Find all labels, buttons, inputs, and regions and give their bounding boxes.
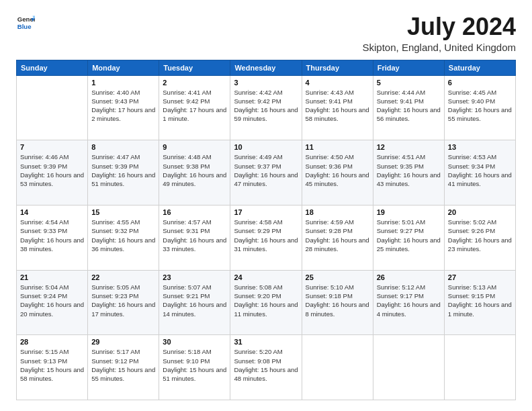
day-cell: 15Sunrise: 4:55 AM Sunset: 9:32 PM Dayli…	[88, 205, 159, 270]
week-row-0: 1Sunrise: 4:40 AM Sunset: 9:43 PM Daylig…	[17, 75, 516, 140]
day-info: Sunrise: 4:47 AM Sunset: 9:39 PM Dayligh…	[91, 152, 155, 188]
col-monday: Monday	[88, 60, 159, 75]
day-number: 22	[91, 273, 155, 281]
day-info: Sunrise: 4:58 AM Sunset: 9:29 PM Dayligh…	[234, 218, 298, 253]
calendar-table: Sunday Monday Tuesday Wednesday Thursday…	[16, 60, 516, 400]
day-info: Sunrise: 5:17 AM Sunset: 9:12 PM Dayligh…	[91, 347, 155, 383]
day-cell: 14Sunrise: 4:54 AM Sunset: 9:33 PM Dayli…	[17, 205, 88, 270]
day-cell: 1Sunrise: 4:40 AM Sunset: 9:43 PM Daylig…	[88, 75, 159, 140]
day-info: Sunrise: 4:49 AM Sunset: 9:37 PM Dayligh…	[234, 152, 298, 188]
day-number: 5	[377, 79, 441, 87]
day-number: 1	[91, 79, 155, 87]
day-number: 20	[448, 208, 512, 216]
day-cell: 16Sunrise: 4:57 AM Sunset: 9:31 PM Dayli…	[159, 205, 230, 270]
col-friday: Friday	[373, 60, 444, 75]
day-info: Sunrise: 4:57 AM Sunset: 9:31 PM Dayligh…	[163, 218, 226, 253]
day-number: 11	[306, 143, 369, 151]
day-number: 3	[234, 79, 298, 87]
header: General Blue July 2024 Skipton, England,…	[16, 13, 516, 53]
subtitle: Skipton, England, United Kingdom	[363, 42, 516, 53]
day-info: Sunrise: 5:12 AM Sunset: 9:17 PM Dayligh…	[377, 283, 441, 318]
day-info: Sunrise: 5:18 AM Sunset: 9:10 PM Dayligh…	[163, 347, 226, 383]
logo-icon: General Blue	[16, 13, 35, 32]
day-info: Sunrise: 4:48 AM Sunset: 9:38 PM Dayligh…	[163, 152, 226, 188]
day-number: 6	[448, 79, 512, 87]
day-info: Sunrise: 4:44 AM Sunset: 9:41 PM Dayligh…	[377, 88, 441, 124]
day-cell: 17Sunrise: 4:58 AM Sunset: 9:29 PM Dayli…	[230, 205, 302, 270]
title-block: July 2024 Skipton, England, United Kingd…	[363, 13, 516, 53]
svg-text:Blue: Blue	[17, 23, 32, 30]
day-info: Sunrise: 5:02 AM Sunset: 9:26 PM Dayligh…	[448, 218, 512, 253]
day-number: 26	[377, 273, 441, 281]
day-cell: 13Sunrise: 4:53 AM Sunset: 9:34 PM Dayli…	[444, 140, 515, 205]
day-number: 2	[163, 79, 226, 87]
day-cell: 30Sunrise: 5:18 AM Sunset: 9:10 PM Dayli…	[159, 335, 230, 400]
day-info: Sunrise: 4:51 AM Sunset: 9:35 PM Dayligh…	[377, 152, 441, 188]
day-info: Sunrise: 5:15 AM Sunset: 9:13 PM Dayligh…	[20, 347, 84, 383]
day-cell: 11Sunrise: 4:50 AM Sunset: 9:36 PM Dayli…	[302, 140, 373, 205]
logo: General Blue	[16, 13, 35, 32]
day-cell: 22Sunrise: 5:05 AM Sunset: 9:23 PM Dayli…	[88, 270, 159, 335]
day-info: Sunrise: 4:42 AM Sunset: 9:42 PM Dayligh…	[234, 88, 298, 124]
day-number: 19	[377, 208, 441, 216]
day-cell: 19Sunrise: 5:01 AM Sunset: 9:27 PM Dayli…	[373, 205, 444, 270]
day-number: 24	[234, 273, 298, 281]
day-cell: 25Sunrise: 5:10 AM Sunset: 9:18 PM Dayli…	[302, 270, 373, 335]
day-info: Sunrise: 5:10 AM Sunset: 9:18 PM Dayligh…	[306, 283, 369, 318]
day-number: 7	[20, 143, 84, 151]
day-number: 31	[234, 338, 298, 346]
day-info: Sunrise: 4:53 AM Sunset: 9:34 PM Dayligh…	[448, 152, 512, 188]
day-info: Sunrise: 5:04 AM Sunset: 9:24 PM Dayligh…	[20, 283, 84, 318]
header-row: Sunday Monday Tuesday Wednesday Thursday…	[17, 60, 516, 75]
day-cell: 8Sunrise: 4:47 AM Sunset: 9:39 PM Daylig…	[88, 140, 159, 205]
day-cell: 28Sunrise: 5:15 AM Sunset: 9:13 PM Dayli…	[17, 335, 88, 400]
day-info: Sunrise: 4:45 AM Sunset: 9:40 PM Dayligh…	[448, 88, 512, 124]
day-info: Sunrise: 4:41 AM Sunset: 9:42 PM Dayligh…	[163, 88, 226, 124]
week-row-3: 21Sunrise: 5:04 AM Sunset: 9:24 PM Dayli…	[17, 270, 516, 335]
day-cell: 10Sunrise: 4:49 AM Sunset: 9:37 PM Dayli…	[230, 140, 302, 205]
day-info: Sunrise: 4:59 AM Sunset: 9:28 PM Dayligh…	[306, 218, 369, 253]
day-number: 9	[163, 143, 226, 151]
day-number: 12	[377, 143, 441, 151]
day-cell: 12Sunrise: 4:51 AM Sunset: 9:35 PM Dayli…	[373, 140, 444, 205]
day-number: 15	[91, 208, 155, 216]
day-number: 29	[91, 338, 155, 346]
day-number: 21	[20, 273, 84, 281]
day-number: 30	[163, 338, 226, 346]
day-info: Sunrise: 4:54 AM Sunset: 9:33 PM Dayligh…	[20, 218, 84, 253]
day-info: Sunrise: 5:05 AM Sunset: 9:23 PM Dayligh…	[91, 283, 155, 318]
page: General Blue July 2024 Skipton, England,…	[0, 0, 532, 411]
day-cell	[373, 335, 444, 400]
col-sunday: Sunday	[17, 60, 88, 75]
day-cell: 5Sunrise: 4:44 AM Sunset: 9:41 PM Daylig…	[373, 75, 444, 140]
day-cell	[17, 75, 88, 140]
day-cell: 2Sunrise: 4:41 AM Sunset: 9:42 PM Daylig…	[159, 75, 230, 140]
col-wednesday: Wednesday	[230, 60, 302, 75]
day-number: 28	[20, 338, 84, 346]
day-cell: 29Sunrise: 5:17 AM Sunset: 9:12 PM Dayli…	[88, 335, 159, 400]
day-cell	[302, 335, 373, 400]
col-tuesday: Tuesday	[159, 60, 230, 75]
day-info: Sunrise: 5:01 AM Sunset: 9:27 PM Dayligh…	[377, 218, 441, 253]
day-cell: 20Sunrise: 5:02 AM Sunset: 9:26 PM Dayli…	[444, 205, 515, 270]
day-number: 8	[91, 143, 155, 151]
col-thursday: Thursday	[302, 60, 373, 75]
day-info: Sunrise: 4:50 AM Sunset: 9:36 PM Dayligh…	[306, 152, 369, 188]
day-number: 4	[306, 79, 369, 87]
week-row-4: 28Sunrise: 5:15 AM Sunset: 9:13 PM Dayli…	[17, 335, 516, 400]
day-number: 25	[306, 273, 369, 281]
day-number: 17	[234, 208, 298, 216]
day-info: Sunrise: 5:20 AM Sunset: 9:08 PM Dayligh…	[234, 347, 298, 383]
day-cell: 3Sunrise: 4:42 AM Sunset: 9:42 PM Daylig…	[230, 75, 302, 140]
day-info: Sunrise: 4:55 AM Sunset: 9:32 PM Dayligh…	[91, 218, 155, 253]
col-saturday: Saturday	[444, 60, 515, 75]
day-cell: 7Sunrise: 4:46 AM Sunset: 9:39 PM Daylig…	[17, 140, 88, 205]
day-cell: 9Sunrise: 4:48 AM Sunset: 9:38 PM Daylig…	[159, 140, 230, 205]
day-cell: 26Sunrise: 5:12 AM Sunset: 9:17 PM Dayli…	[373, 270, 444, 335]
day-cell: 6Sunrise: 4:45 AM Sunset: 9:40 PM Daylig…	[444, 75, 515, 140]
calendar-body: 1Sunrise: 4:40 AM Sunset: 9:43 PM Daylig…	[17, 75, 516, 400]
day-cell: 27Sunrise: 5:13 AM Sunset: 9:15 PM Dayli…	[444, 270, 515, 335]
day-number: 16	[163, 208, 226, 216]
day-info: Sunrise: 4:46 AM Sunset: 9:39 PM Dayligh…	[20, 152, 84, 188]
day-cell: 23Sunrise: 5:07 AM Sunset: 9:21 PM Dayli…	[159, 270, 230, 335]
